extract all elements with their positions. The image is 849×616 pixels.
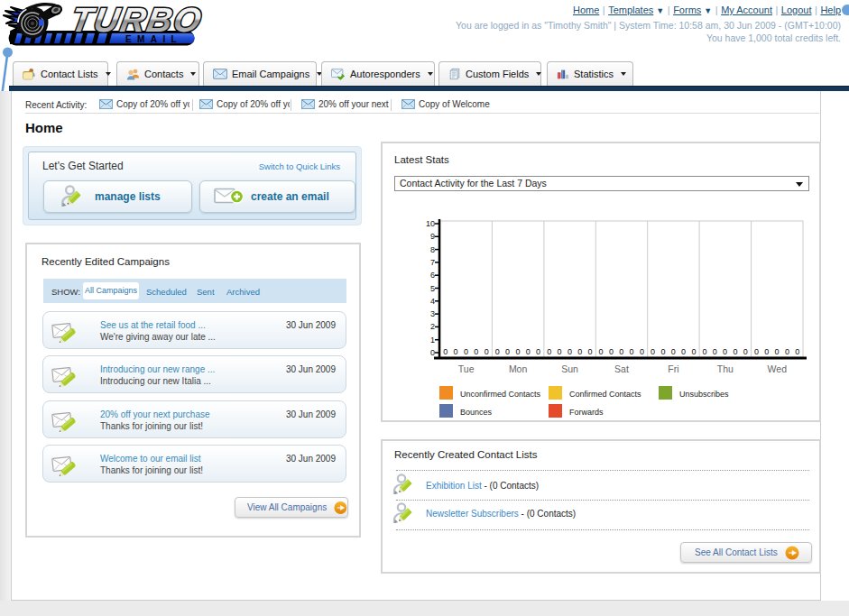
svg-text:0: 0 [795,347,799,356]
svg-text:0: 0 [505,347,510,356]
svg-text:Unsubscribes: Unsubscribes [679,390,729,399]
svg-text:0: 0 [484,347,489,356]
svg-text:6: 6 [430,271,435,280]
svg-text:Confirmed Contacts: Confirmed Contacts [569,390,641,399]
svg-text:3: 3 [430,309,435,318]
svg-text:7: 7 [430,258,435,267]
svg-text:0: 0 [754,347,759,356]
svg-text:Mon: Mon [509,363,528,374]
svg-text:0: 0 [577,347,582,356]
svg-text:0: 0 [640,347,644,356]
svg-text:0: 0 [619,347,623,356]
svg-text:0: 0 [671,347,676,356]
svg-text:0: 0 [495,347,500,356]
svg-text:Tue: Tue [458,363,475,374]
svg-text:0: 0 [713,347,717,356]
svg-text:Fri: Fri [668,363,678,374]
svg-text:Wed: Wed [768,363,788,374]
svg-text:0: 0 [526,347,531,356]
svg-text:0: 0 [764,347,769,356]
svg-text:0: 0 [785,347,789,356]
svg-text:0: 0 [547,347,551,356]
svg-text:0: 0 [681,347,686,356]
svg-text:0: 0 [702,347,706,356]
svg-text:0: 0 [723,347,727,356]
svg-text:TURBO: TURBO [69,0,207,38]
svg-text:0: 0 [775,347,780,356]
svg-text:0: 0 [568,347,572,356]
svg-text:0: 0 [599,347,604,356]
svg-text:Thu: Thu [717,363,734,374]
svg-text:0: 0 [743,347,748,356]
svg-text:Unconfirmed Contacts: Unconfirmed Contacts [460,390,541,399]
svg-text:Bounces: Bounces [460,408,493,417]
svg-text:0: 0 [651,347,655,356]
svg-text:Forwards: Forwards [569,408,604,417]
svg-text:8: 8 [430,245,435,254]
svg-text:0: 0 [515,347,520,356]
svg-text:0: 0 [557,347,561,356]
svg-text:0: 0 [691,347,696,356]
svg-text:2: 2 [430,322,435,331]
svg-text:0: 0 [733,347,737,356]
svg-text:5: 5 [430,284,435,293]
svg-text:1: 1 [430,336,435,345]
svg-text:Sat: Sat [614,363,629,374]
svg-text:0: 0 [454,347,458,356]
svg-text:0: 0 [609,347,614,356]
svg-text:0: 0 [430,348,435,357]
svg-text:Sun: Sun [561,363,578,374]
svg-text:4: 4 [430,297,435,306]
svg-text:0: 0 [443,347,448,356]
svg-text:0: 0 [464,347,468,356]
svg-text:0: 0 [630,347,634,356]
svg-text:0: 0 [536,347,540,356]
svg-text:10: 10 [426,219,435,228]
svg-text:0: 0 [474,347,478,356]
svg-text:0: 0 [588,347,593,356]
svg-text:9: 9 [430,232,435,241]
svg-text:0: 0 [660,347,665,356]
